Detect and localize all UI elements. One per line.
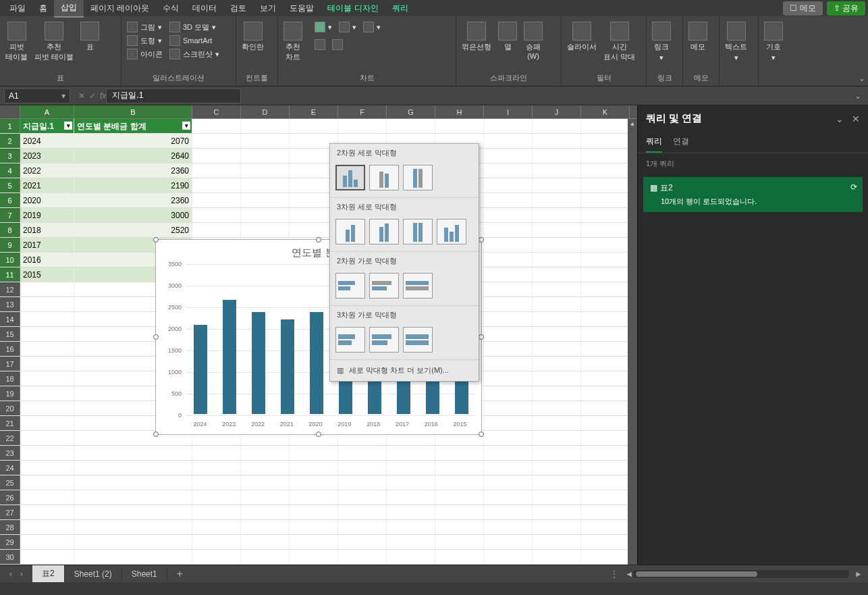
menu-home[interactable]: 홈: [32, 0, 54, 17]
accept-fx-icon[interactable]: ✓: [89, 91, 96, 101]
chart-3d-clustered-column[interactable]: [335, 219, 365, 244]
name-box[interactable]: A1▾: [4, 88, 70, 103]
filter-dropdown-icon[interactable]: ▾: [64, 122, 72, 130]
formula-expand-icon[interactable]: ⌄: [848, 91, 868, 101]
pane-tab-query[interactable]: 쿼리: [646, 132, 662, 153]
text-button[interactable]: 텍스트▾: [725, 22, 747, 62]
col-header-F[interactable]: F: [338, 105, 387, 118]
menu-query[interactable]: 쿼리: [385, 0, 415, 17]
shapes-button[interactable]: 도형 ▾: [127, 35, 163, 46]
chart-3d-100stacked-column[interactable]: [403, 219, 433, 244]
chart-3d-stacked-column[interactable]: [369, 219, 399, 244]
menu-file[interactable]: 파일: [3, 0, 32, 17]
pivot-chart-button[interactable]: [332, 39, 343, 50]
select-all-corner[interactable]: [0, 105, 20, 118]
menu-pagelayout[interactable]: 페이지 레이아웃: [84, 0, 156, 17]
sheet-tab-1[interactable]: Sheet1 (2): [65, 567, 122, 581]
ribbon-group-sparklines-label: 스파크라인: [462, 73, 555, 83]
sheet-tab-0[interactable]: 표2: [32, 565, 65, 582]
fx-icon[interactable]: fx: [100, 91, 106, 101]
pane-options-icon[interactable]: ⌄: [836, 113, 844, 124]
ribbon-collapse-icon[interactable]: ⌄: [859, 74, 865, 83]
filter-dropdown-icon[interactable]: ▾: [182, 122, 190, 130]
col-header-I[interactable]: I: [484, 105, 533, 118]
horizontal-scrollbar[interactable]: [633, 570, 849, 578]
col-header-H[interactable]: H: [435, 105, 484, 118]
chart-2d-clustered-column[interactable]: [335, 165, 365, 190]
picture-button[interactable]: 그림 ▾: [127, 22, 163, 32]
chart-3d-100stacked-bar[interactable]: [403, 327, 433, 353]
ribbon-group-illust-label: 일러스트레이션: [127, 73, 230, 83]
col-header-J[interactable]: J: [533, 105, 581, 118]
memo-button[interactable]: ☐ 메모: [783, 1, 822, 16]
chart-3d-stacked-bar[interactable]: [369, 327, 399, 353]
recommended-chart-button[interactable]: 추천 차트: [283, 22, 302, 62]
sparkline-column-button[interactable]: 열: [498, 22, 517, 52]
menu-data[interactable]: 데이터: [186, 0, 223, 17]
recommended-pivot-button[interactable]: 추천 피벗 테이블: [34, 22, 74, 62]
sparkline-winloss-button[interactable]: 승패 (W): [524, 22, 543, 60]
dropdown-section-2d-col: 2차원 세로 막대형: [330, 144, 479, 162]
col-header-G[interactable]: G: [387, 105, 435, 118]
col-header-E[interactable]: E: [290, 105, 338, 118]
bar-chart-button[interactable]: ▾: [339, 22, 356, 32]
menu-formulas[interactable]: 수식: [156, 0, 186, 17]
pivot-table-button[interactable]: 피벗 테이블: [5, 22, 28, 62]
vertical-scrollbar[interactable]: ▲: [628, 119, 637, 565]
ribbon-group-controls-label: 컨트롤: [242, 73, 272, 83]
menu-review[interactable]: 검토: [223, 0, 253, 17]
col-header-B[interactable]: B: [74, 105, 192, 118]
sparkline-line-button[interactable]: 꺾은선형: [462, 22, 491, 52]
link-button[interactable]: 링크▾: [652, 22, 671, 62]
scroll-left-icon[interactable]: ◄: [625, 569, 633, 579]
share-button[interactable]: ⇪ 공유: [827, 1, 865, 16]
add-sheet-button[interactable]: +: [167, 568, 192, 580]
menu-insert[interactable]: 삽입: [54, 0, 84, 18]
menu-help[interactable]: 도움말: [283, 0, 321, 17]
sheet-tabs-options-icon[interactable]: ⋮: [610, 569, 618, 579]
slicer-button[interactable]: 슬라이서: [567, 22, 597, 52]
worksheet-grid[interactable]: A B C D E F G H I J K 1지급일.1▾연도별 분배금 합계▾…: [0, 105, 637, 565]
icons-button[interactable]: 아이콘: [127, 49, 163, 59]
chart-2d-stacked-column[interactable]: [369, 165, 399, 190]
formula-input[interactable]: 지급일.1: [106, 88, 241, 103]
menu-view[interactable]: 보기: [253, 0, 283, 17]
scroll-up-icon[interactable]: ▲: [628, 119, 637, 128]
query-card[interactable]: ▦표2 10개의 행이 로드되었습니다. ⟳: [643, 177, 863, 212]
col-header-C[interactable]: C: [192, 105, 241, 118]
symbol-button[interactable]: 기호▾: [764, 22, 783, 62]
chart-3d-clustered-bar[interactable]: [335, 327, 365, 353]
map-chart-button[interactable]: [315, 39, 325, 50]
sheet-nav-next-icon[interactable]: ›: [20, 569, 23, 579]
sheet-nav-prev-icon[interactable]: ‹: [9, 569, 12, 579]
col-header-K[interactable]: K: [581, 105, 630, 118]
timeline-button[interactable]: 시간 표시 막대: [603, 22, 635, 62]
chevron-down-icon[interactable]: ▾: [61, 91, 65, 101]
menu-tabledesign[interactable]: 테이블 디자인: [321, 0, 385, 17]
screenshot-button[interactable]: 스크린샷 ▾: [169, 49, 219, 59]
chart-2d-100stacked-column[interactable]: [403, 165, 433, 190]
query-status-text: 10개의 행이 로드되었습니다.: [650, 197, 856, 207]
scroll-right-icon[interactable]: ►: [855, 569, 863, 579]
checkbox-button[interactable]: 확인란: [242, 22, 264, 52]
cancel-fx-icon[interactable]: ✕: [78, 91, 85, 101]
query-refresh-icon[interactable]: ⟳: [850, 182, 857, 192]
pane-tab-connections[interactable]: 연결: [673, 132, 689, 153]
ribbon-group-charts-label: 차트: [283, 73, 450, 83]
table-icon: ▦: [650, 183, 657, 192]
sheet-tab-2[interactable]: Sheet1: [122, 567, 167, 581]
chart-3d-column[interactable]: [437, 219, 466, 244]
memo-insert-button[interactable]: 메모: [688, 22, 707, 52]
chart-2d-clustered-bar[interactable]: [335, 273, 365, 299]
column-chart-button[interactable]: ▾: [315, 22, 332, 32]
col-header-A[interactable]: A: [20, 105, 74, 118]
3dmodel-button[interactable]: 3D 모델 ▾: [169, 22, 219, 32]
more-column-charts[interactable]: ▥세로 막대형 차트 더 보기(M)...: [330, 360, 479, 381]
col-header-D[interactable]: D: [241, 105, 290, 118]
table-button[interactable]: 표: [80, 22, 99, 52]
chart-2d-stacked-bar[interactable]: [369, 273, 399, 299]
line-chart-button[interactable]: ▾: [363, 22, 381, 32]
smartart-button[interactable]: SmartArt: [169, 35, 219, 46]
pane-close-icon[interactable]: ✕: [852, 113, 860, 124]
chart-2d-100stacked-bar[interactable]: [403, 273, 433, 299]
